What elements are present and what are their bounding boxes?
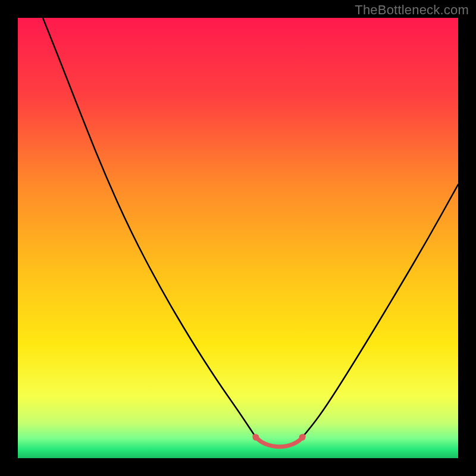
marker-1	[299, 434, 306, 441]
plot-area	[18, 18, 458, 458]
plot-svg	[18, 18, 458, 458]
gradient-background	[18, 18, 458, 458]
watermark-text: TheBottleneck.com	[355, 2, 469, 18]
chart-container: TheBottleneck.com	[0, 0, 476, 476]
marker-0	[253, 434, 259, 441]
